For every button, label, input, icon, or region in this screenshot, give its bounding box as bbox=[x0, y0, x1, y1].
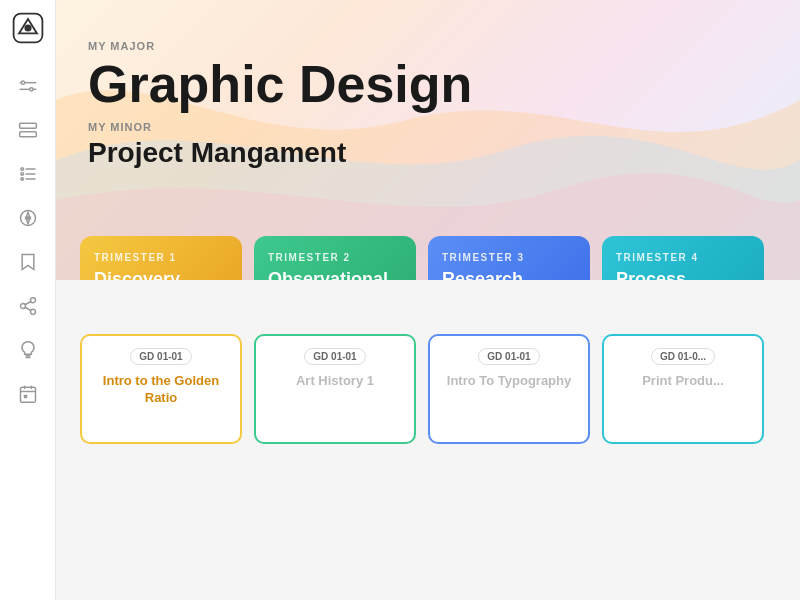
trimester-card-1[interactable]: TRIMESTER 1 Discovery 6 Courses bbox=[80, 236, 242, 280]
trimester-row: TRIMESTER 1 Discovery 6 Courses TRIMESTE… bbox=[80, 236, 776, 280]
svg-point-22 bbox=[30, 309, 35, 314]
major-title: Graphic Design bbox=[88, 56, 768, 113]
svg-line-23 bbox=[25, 307, 31, 310]
sidebar-item-compass[interactable] bbox=[10, 200, 46, 236]
courses-section: GD 01-01 Intro to the Golden Ratio GD 01… bbox=[56, 310, 800, 444]
hero-section: MY MAJOR Graphic Design MY MINOR Project… bbox=[56, 0, 800, 280]
trimester-card-4[interactable]: TRIMESTER 4 Process 6 Courses bbox=[602, 236, 764, 280]
course-card-1[interactable]: GD 01-01 Intro to the Golden Ratio bbox=[80, 334, 242, 444]
svg-point-6 bbox=[29, 88, 32, 91]
trimester-number-4: TRIMESTER 4 bbox=[616, 252, 750, 263]
course-name-2: Art History 1 bbox=[296, 373, 374, 390]
svg-marker-18 bbox=[25, 212, 29, 218]
svg-rect-9 bbox=[19, 123, 36, 128]
sidebar-item-list[interactable] bbox=[10, 156, 46, 192]
course-code-2: GD 01-01 bbox=[304, 348, 365, 365]
course-code-1: GD 01-01 bbox=[130, 348, 191, 365]
courses-row: GD 01-01 Intro to the Golden Ratio GD 01… bbox=[80, 334, 776, 444]
svg-point-20 bbox=[30, 298, 35, 303]
minor-title: Project Mangament bbox=[88, 137, 768, 169]
trimester-number-3: TRIMESTER 3 bbox=[442, 252, 576, 263]
main-content: MY MAJOR Graphic Design MY MINOR Project… bbox=[56, 0, 800, 600]
trimester-number-1: TRIMESTER 1 bbox=[94, 252, 228, 263]
svg-point-11 bbox=[20, 168, 23, 171]
svg-point-21 bbox=[20, 304, 25, 309]
hero-content: MY MAJOR Graphic Design MY MINOR Project… bbox=[56, 0, 800, 189]
svg-rect-31 bbox=[23, 395, 26, 398]
svg-rect-10 bbox=[19, 132, 36, 137]
minor-label: MY MINOR bbox=[88, 121, 768, 133]
major-label: MY MAJOR bbox=[88, 40, 768, 52]
trimester-name-2: Observational bbox=[268, 269, 402, 280]
trimester-card-3[interactable]: TRIMESTER 3 Research 7 Courses bbox=[428, 236, 590, 280]
sidebar-item-bookmark[interactable] bbox=[10, 244, 46, 280]
app-logo[interactable] bbox=[8, 8, 48, 48]
course-name-1: Intro to the Golden Ratio bbox=[94, 373, 228, 407]
svg-point-2 bbox=[24, 24, 31, 31]
sidebar-item-share[interactable] bbox=[10, 288, 46, 324]
course-card-3[interactable]: GD 01-01 Intro To Typography bbox=[428, 334, 590, 444]
trimester-card-2[interactable]: TRIMESTER 2 Observational 5 Courses bbox=[254, 236, 416, 280]
trimester-name-1: Discovery bbox=[94, 269, 228, 280]
course-code-3: GD 01-01 bbox=[478, 348, 539, 365]
trimester-name-4: Process bbox=[616, 269, 750, 280]
svg-point-3 bbox=[21, 81, 24, 84]
course-code-4: GD 01-0... bbox=[651, 348, 715, 365]
svg-line-24 bbox=[25, 301, 31, 304]
sidebar-item-calendar[interactable] bbox=[10, 376, 46, 412]
sidebar-item-filters[interactable] bbox=[10, 68, 46, 104]
course-card-4[interactable]: GD 01-0... Print Produ... bbox=[602, 334, 764, 444]
trimester-name-3: Research bbox=[442, 269, 576, 280]
sidebar-item-ideas[interactable] bbox=[10, 332, 46, 368]
svg-point-13 bbox=[20, 173, 23, 176]
trimester-number-2: TRIMESTER 2 bbox=[268, 252, 402, 263]
course-card-2[interactable]: GD 01-01 Art History 1 bbox=[254, 334, 416, 444]
course-name-4: Print Produ... bbox=[642, 373, 724, 390]
svg-point-15 bbox=[20, 178, 23, 181]
sidebar bbox=[0, 0, 56, 600]
sidebar-item-cards[interactable] bbox=[10, 112, 46, 148]
svg-marker-19 bbox=[25, 218, 29, 224]
svg-rect-27 bbox=[20, 387, 35, 402]
course-name-3: Intro To Typography bbox=[447, 373, 571, 390]
